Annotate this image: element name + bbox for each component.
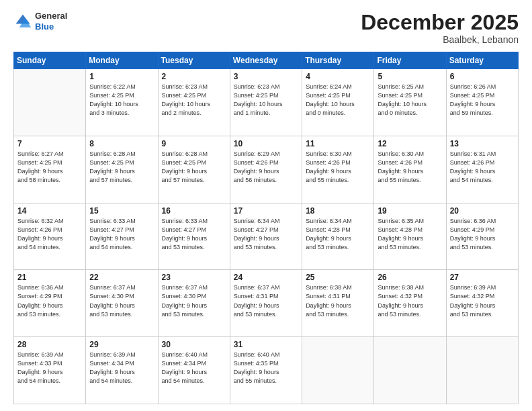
calendar-cell: 17Sunrise: 6:34 AM Sunset: 4:27 PM Dayli…: [230, 203, 302, 270]
day-info: Sunrise: 6:24 AM Sunset: 4:25 PM Dayligh…: [306, 83, 370, 118]
calendar-cell: 24Sunrise: 6:37 AM Sunset: 4:31 PM Dayli…: [230, 270, 302, 337]
calendar-cell: 5Sunrise: 6:25 AM Sunset: 4:25 PM Daylig…: [374, 69, 446, 136]
day-info: Sunrise: 6:38 AM Sunset: 4:31 PM Dayligh…: [306, 283, 370, 318]
day-info: Sunrise: 6:39 AM Sunset: 4:34 PM Dayligh…: [89, 351, 154, 385]
day-info: Sunrise: 6:37 AM Sunset: 4:30 PM Dayligh…: [162, 283, 226, 318]
calendar-cell: 26Sunrise: 6:38 AM Sunset: 4:32 PM Dayli…: [374, 270, 446, 337]
day-number: 26: [378, 273, 442, 282]
day-info: Sunrise: 6:23 AM Sunset: 4:25 PM Dayligh…: [162, 83, 226, 118]
calendar-cell: 27Sunrise: 6:39 AM Sunset: 4:32 PM Dayli…: [446, 270, 518, 337]
calendar-week-2: 7Sunrise: 6:27 AM Sunset: 4:25 PM Daylig…: [14, 136, 519, 203]
day-info: Sunrise: 6:36 AM Sunset: 4:29 PM Dayligh…: [450, 217, 515, 252]
calendar-week-1: 1Sunrise: 6:22 AM Sunset: 4:25 PM Daylig…: [14, 69, 519, 136]
day-number: 1: [89, 72, 154, 81]
day-number: 19: [378, 206, 442, 216]
calendar-cell: [14, 69, 86, 136]
title-block: December 2025 Baalbek, Lebanon: [361, 11, 519, 45]
day-info: Sunrise: 6:31 AM Sunset: 4:26 PM Dayligh…: [450, 150, 515, 185]
day-info: Sunrise: 6:34 AM Sunset: 4:27 PM Dayligh…: [234, 217, 298, 252]
day-info: Sunrise: 6:25 AM Sunset: 4:25 PM Dayligh…: [378, 83, 442, 118]
col-header-saturday: Saturday: [446, 52, 518, 69]
day-number: 2: [162, 72, 226, 81]
location: Baalbek, Lebanon: [361, 34, 519, 45]
logo-blue-text: Blue: [35, 21, 67, 32]
day-number: 20: [450, 206, 515, 216]
calendar-cell: 30Sunrise: 6:40 AM Sunset: 4:34 PM Dayli…: [158, 337, 230, 404]
col-header-wednesday: Wednesday: [230, 52, 302, 69]
day-number: 18: [306, 206, 370, 216]
day-number: 6: [450, 72, 515, 81]
day-info: Sunrise: 6:28 AM Sunset: 4:25 PM Dayligh…: [162, 150, 226, 185]
logo-icon: [13, 12, 32, 31]
calendar-cell: 12Sunrise: 6:30 AM Sunset: 4:26 PM Dayli…: [374, 136, 446, 203]
calendar-header-row: SundayMondayTuesdayWednesdayThursdayFrid…: [14, 52, 519, 69]
day-number: 25: [306, 273, 370, 282]
day-info: Sunrise: 6:23 AM Sunset: 4:25 PM Dayligh…: [234, 83, 298, 118]
day-info: Sunrise: 6:29 AM Sunset: 4:26 PM Dayligh…: [234, 150, 298, 185]
calendar-cell: 23Sunrise: 6:37 AM Sunset: 4:30 PM Dayli…: [158, 270, 230, 337]
day-number: 21: [17, 273, 82, 282]
calendar-cell: 25Sunrise: 6:38 AM Sunset: 4:31 PM Dayli…: [302, 270, 374, 337]
day-number: 31: [234, 340, 298, 349]
month-title: December 2025: [361, 11, 519, 34]
calendar-cell: [374, 337, 446, 404]
day-info: Sunrise: 6:22 AM Sunset: 4:25 PM Dayligh…: [89, 83, 154, 118]
calendar-cell: 3Sunrise: 6:23 AM Sunset: 4:25 PM Daylig…: [230, 69, 302, 136]
calendar-week-4: 21Sunrise: 6:36 AM Sunset: 4:29 PM Dayli…: [14, 270, 519, 337]
calendar-week-3: 14Sunrise: 6:32 AM Sunset: 4:26 PM Dayli…: [14, 203, 519, 270]
logo-general-text: General: [35, 11, 67, 21]
calendar-cell: 10Sunrise: 6:29 AM Sunset: 4:26 PM Dayli…: [230, 136, 302, 203]
day-number: 29: [89, 340, 154, 349]
calendar-cell: 20Sunrise: 6:36 AM Sunset: 4:29 PM Dayli…: [446, 203, 518, 270]
day-info: Sunrise: 6:26 AM Sunset: 4:25 PM Dayligh…: [450, 83, 515, 118]
day-number: 10: [234, 139, 298, 148]
calendar-cell: 31Sunrise: 6:40 AM Sunset: 4:35 PM Dayli…: [230, 337, 302, 404]
day-number: 14: [17, 206, 82, 216]
day-info: Sunrise: 6:39 AM Sunset: 4:32 PM Dayligh…: [450, 283, 515, 318]
calendar-cell: 1Sunrise: 6:22 AM Sunset: 4:25 PM Daylig…: [86, 69, 158, 136]
day-number: 30: [162, 340, 226, 349]
calendar-cell: 21Sunrise: 6:36 AM Sunset: 4:29 PM Dayli…: [14, 270, 86, 337]
day-number: 16: [162, 206, 226, 216]
col-header-thursday: Thursday: [302, 52, 374, 69]
day-info: Sunrise: 6:39 AM Sunset: 4:33 PM Dayligh…: [17, 351, 82, 385]
calendar-table: SundayMondayTuesdayWednesdayThursdayFrid…: [13, 52, 519, 404]
calendar-cell: 18Sunrise: 6:34 AM Sunset: 4:28 PM Dayli…: [302, 203, 374, 270]
calendar-cell: 8Sunrise: 6:28 AM Sunset: 4:25 PM Daylig…: [86, 136, 158, 203]
calendar-week-5: 28Sunrise: 6:39 AM Sunset: 4:33 PM Dayli…: [14, 337, 519, 404]
calendar-cell: [302, 337, 374, 404]
day-number: 22: [89, 273, 154, 282]
logo: General Blue: [13, 11, 67, 32]
calendar-cell: 7Sunrise: 6:27 AM Sunset: 4:25 PM Daylig…: [14, 136, 86, 203]
calendar-cell: 22Sunrise: 6:37 AM Sunset: 4:30 PM Dayli…: [86, 270, 158, 337]
day-info: Sunrise: 6:32 AM Sunset: 4:26 PM Dayligh…: [17, 217, 82, 252]
calendar-cell: 16Sunrise: 6:33 AM Sunset: 4:27 PM Dayli…: [158, 203, 230, 270]
page: General Blue December 2025 Baalbek, Leba…: [0, 0, 532, 411]
day-number: 7: [17, 139, 82, 148]
day-number: 17: [234, 206, 298, 216]
day-number: 23: [162, 273, 226, 282]
day-info: Sunrise: 6:40 AM Sunset: 4:34 PM Dayligh…: [162, 351, 226, 385]
calendar-cell: 2Sunrise: 6:23 AM Sunset: 4:25 PM Daylig…: [158, 69, 230, 136]
day-number: 15: [89, 206, 154, 216]
calendar-cell: [446, 337, 518, 404]
day-info: Sunrise: 6:30 AM Sunset: 4:26 PM Dayligh…: [306, 150, 370, 185]
col-header-tuesday: Tuesday: [158, 52, 230, 69]
day-info: Sunrise: 6:33 AM Sunset: 4:27 PM Dayligh…: [162, 217, 226, 252]
day-number: 12: [378, 139, 442, 148]
calendar-cell: 6Sunrise: 6:26 AM Sunset: 4:25 PM Daylig…: [446, 69, 518, 136]
header: General Blue December 2025 Baalbek, Leba…: [13, 11, 519, 45]
day-info: Sunrise: 6:34 AM Sunset: 4:28 PM Dayligh…: [306, 217, 370, 252]
calendar-cell: 13Sunrise: 6:31 AM Sunset: 4:26 PM Dayli…: [446, 136, 518, 203]
day-info: Sunrise: 6:37 AM Sunset: 4:31 PM Dayligh…: [234, 283, 298, 318]
col-header-monday: Monday: [86, 52, 158, 69]
day-info: Sunrise: 6:37 AM Sunset: 4:30 PM Dayligh…: [89, 283, 154, 318]
logo-text: General Blue: [35, 11, 67, 32]
calendar-cell: 9Sunrise: 6:28 AM Sunset: 4:25 PM Daylig…: [158, 136, 230, 203]
day-info: Sunrise: 6:36 AM Sunset: 4:29 PM Dayligh…: [17, 283, 82, 318]
day-number: 5: [378, 72, 442, 81]
calendar-cell: 15Sunrise: 6:33 AM Sunset: 4:27 PM Dayli…: [86, 203, 158, 270]
col-header-friday: Friday: [374, 52, 446, 69]
col-header-sunday: Sunday: [14, 52, 86, 69]
calendar-cell: 4Sunrise: 6:24 AM Sunset: 4:25 PM Daylig…: [302, 69, 374, 136]
